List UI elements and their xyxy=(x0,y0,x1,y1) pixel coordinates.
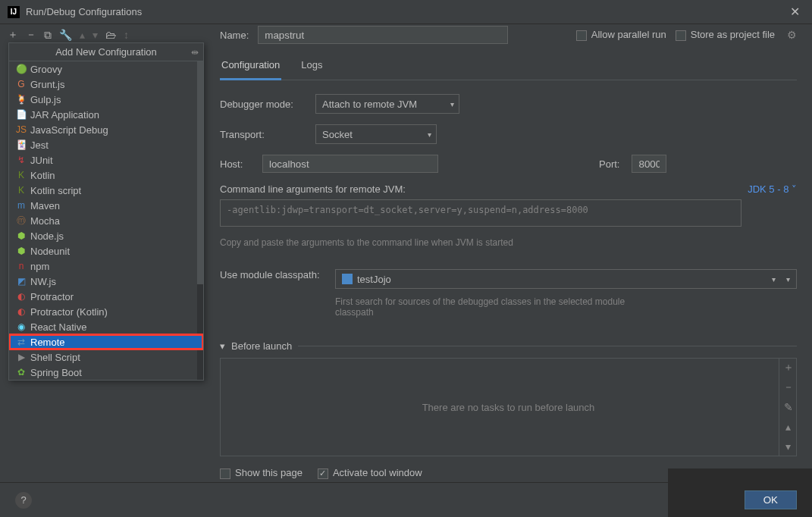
config-label: JUnit xyxy=(30,155,53,166)
module-classpath-dropdown[interactable]: testJojo ▾ xyxy=(335,269,797,289)
right-panel: Name: Allow parallel run Store as projec… xyxy=(205,45,812,505)
config-icon: ▶ xyxy=(15,352,27,362)
pin-icon[interactable]: ⇹ xyxy=(191,47,199,58)
popup-title: Add New Configuration xyxy=(55,46,157,58)
remove-icon[interactable]: － xyxy=(26,28,36,42)
jdk-link[interactable]: JDK 5 - 8 ˅ xyxy=(748,183,797,195)
port-label: Port: xyxy=(599,158,619,170)
config-label: Kotlin script xyxy=(30,185,81,196)
add-configuration-popup: Add New Configuration ⇹ 🟢GroovyGGrunt.js… xyxy=(8,42,204,381)
config-label: React Native xyxy=(30,321,86,333)
config-item-grunt-js[interactable]: GGrunt.js xyxy=(9,77,203,92)
config-label: Node.js xyxy=(30,230,64,242)
sort-icon[interactable]: ↕ xyxy=(124,29,129,41)
transport-dropdown[interactable]: Socket xyxy=(315,124,437,144)
config-icon: ↯ xyxy=(15,155,27,165)
config-icon: ◐ xyxy=(15,306,27,317)
activate-tool-window-checkbox[interactable]: Activate tool window xyxy=(318,467,422,479)
configuration-list[interactable]: 🟢GroovyGGrunt.js🍹Gulp.js📄JAR Application… xyxy=(9,61,203,380)
config-item-shell-script[interactable]: ▶Shell Script xyxy=(9,349,203,365)
config-icon: G xyxy=(15,79,27,89)
config-item-groovy[interactable]: 🟢Groovy xyxy=(9,61,203,77)
config-icon: ◩ xyxy=(15,276,27,287)
config-label: Nodeunit xyxy=(30,246,70,257)
config-icon: ✿ xyxy=(15,367,27,378)
host-label: Host: xyxy=(220,158,250,170)
config-icon: ⬢ xyxy=(15,230,27,241)
host-input[interactable] xyxy=(262,155,438,173)
store-as-file-checkbox[interactable]: Store as project file xyxy=(676,29,775,41)
remove-task-icon[interactable]: － xyxy=(779,378,797,397)
name-input[interactable] xyxy=(258,26,508,44)
config-label: Spring Boot xyxy=(30,367,82,378)
allow-parallel-checkbox[interactable]: Allow parallel run xyxy=(576,29,666,41)
debugger-mode-label: Debugger mode: xyxy=(220,99,303,110)
config-item-jest[interactable]: 🃏Jest xyxy=(9,137,203,152)
before-launch-header[interactable]: ▾ Before launch xyxy=(220,340,797,352)
config-label: NW.js xyxy=(30,276,56,287)
config-item-protractor-kotlin-[interactable]: ◐Protractor (Kotlin) xyxy=(9,304,203,319)
config-label: Mocha xyxy=(30,215,60,227)
titlebar: IJ Run/Debug Configurations ✕ xyxy=(0,0,812,24)
cmdline-label: Command line arguments for remote JVM: xyxy=(220,183,406,195)
config-item-maven[interactable]: mMaven xyxy=(9,198,203,213)
config-label: Kotlin xyxy=(30,170,55,181)
tab-configuration[interactable]: Configuration xyxy=(220,55,281,80)
tab-logs[interactable]: Logs xyxy=(299,55,324,80)
add-task-icon[interactable]: ＋ xyxy=(779,358,797,378)
folder-icon[interactable]: 🗁 xyxy=(105,29,116,41)
config-item-gulp-js[interactable]: 🍹Gulp.js xyxy=(9,92,203,107)
config-item-spring-boot[interactable]: ✿Spring Boot xyxy=(9,365,203,380)
module-hint: First search for sources of the debugged… xyxy=(335,296,654,318)
config-item-junit[interactable]: ↯JUnit xyxy=(9,152,203,168)
ok-button[interactable]: OK xyxy=(745,490,797,509)
wrench-icon[interactable]: 🔧 xyxy=(59,29,72,41)
up-task-icon[interactable]: ▴ xyxy=(779,417,797,437)
chevron-down-icon: ˅ xyxy=(792,183,797,195)
config-icon: K xyxy=(15,170,27,180)
debugger-mode-dropdown[interactable]: Attach to remote JVM xyxy=(315,94,459,114)
config-icon: K xyxy=(15,185,27,196)
config-icon: 🍹 xyxy=(15,94,27,105)
config-label: Protractor xyxy=(30,291,74,302)
edit-task-icon[interactable]: ✎ xyxy=(779,397,797,417)
footer: ? OK xyxy=(0,482,812,517)
up-icon[interactable]: ▴ xyxy=(80,29,85,41)
config-icon: ◉ xyxy=(15,321,27,332)
config-item-node-js[interactable]: ⬢Node.js xyxy=(9,228,203,243)
config-item-nodeunit[interactable]: ⬢Nodeunit xyxy=(9,243,203,258)
name-label: Name: xyxy=(220,30,249,41)
config-label: Gulp.js xyxy=(30,94,61,105)
module-icon xyxy=(342,274,353,284)
config-item-mocha[interactable]: ⓜMocha xyxy=(9,213,203,228)
config-item-kotlin-script[interactable]: KKotlin script xyxy=(9,183,203,198)
down-task-icon[interactable]: ▾ xyxy=(779,437,797,456)
before-launch-empty: There are no tasks to run before launch xyxy=(422,402,595,413)
help-icon[interactable]: ? xyxy=(15,492,32,509)
config-icon: 📄 xyxy=(15,109,27,120)
config-item-javascript-debug[interactable]: JSJavaScript Debug xyxy=(9,122,203,137)
config-item-protractor[interactable]: ◐Protractor xyxy=(9,289,203,304)
config-item-jar-application[interactable]: 📄JAR Application xyxy=(9,107,203,122)
config-icon: ⇄ xyxy=(15,337,27,347)
cmdline-box[interactable]: -agentlib:jdwp=transport=dt_socket,serve… xyxy=(220,199,741,227)
config-item-remote[interactable]: ⇄Remote xyxy=(9,334,203,349)
collapse-icon[interactable]: ▾ xyxy=(220,340,225,352)
config-item-nw-js[interactable]: ◩NW.js xyxy=(9,274,203,289)
config-label: JAR Application xyxy=(30,109,99,121)
show-this-page-checkbox[interactable]: Show this page xyxy=(220,467,303,479)
close-icon[interactable]: ✕ xyxy=(785,5,804,19)
config-label: Groovy xyxy=(30,64,62,75)
config-item-react-native[interactable]: ◉React Native xyxy=(9,319,203,334)
port-input[interactable] xyxy=(632,155,666,173)
copy-icon[interactable]: ⧉ xyxy=(44,29,52,42)
config-icon: 🟢 xyxy=(15,64,27,74)
config-label: npm xyxy=(30,261,49,272)
add-icon[interactable]: ＋ xyxy=(8,28,18,42)
config-item-npm[interactable]: nnpm xyxy=(9,258,203,274)
down-icon[interactable]: ▾ xyxy=(92,29,98,41)
config-label: Shell Script xyxy=(30,352,80,363)
popup-header: Add New Configuration ⇹ xyxy=(9,43,203,61)
gear-icon[interactable]: ⚙ xyxy=(787,29,797,41)
config-item-kotlin[interactable]: KKotlin xyxy=(9,168,203,183)
